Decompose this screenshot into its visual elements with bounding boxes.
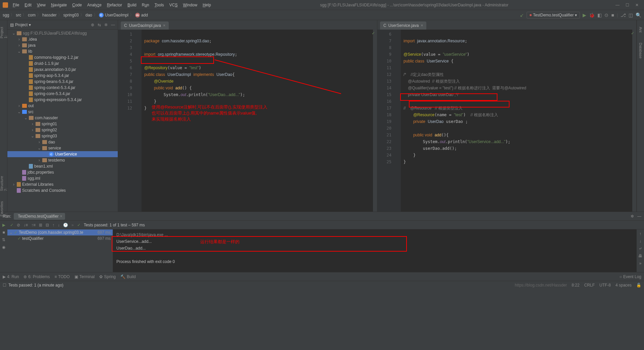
collapse-icon[interactable]: ⊟	[46, 223, 49, 227]
code-content[interactable]: import javax.annotation.Resource; @Servi…	[401, 30, 632, 212]
tree-item[interactable]: druid-1.1.9.jar	[7, 60, 118, 67]
passed-icon[interactable]: ✓	[10, 223, 13, 227]
code-content[interactable]: package com.hassder.spring03.dao; import…	[142, 30, 373, 212]
tree-item[interactable]: sgg.iml	[7, 175, 118, 181]
close-icon[interactable]: ✕	[635, 3, 639, 7]
tree-item[interactable]: ›spring02	[7, 127, 118, 133]
tab-userservice[interactable]: C UserService.java ×	[380, 21, 426, 30]
scrollbar[interactable]	[373, 30, 377, 212]
crumb-hassder[interactable]: hassder	[42, 13, 57, 17]
failed-icon[interactable]: ⊘	[17, 223, 20, 227]
lock-icon[interactable]: 🔓	[636, 283, 641, 288]
tree-item[interactable]: ⌄spring03	[7, 133, 118, 139]
crumb-com[interactable]: com	[28, 13, 36, 17]
tab-close-icon[interactable]: ×	[60, 214, 62, 219]
print-icon[interactable]: 🖶	[638, 254, 642, 258]
maximize-icon[interactable]: ☐	[626, 3, 629, 7]
tree-item[interactable]: spring-beans-5.3.4.jar	[7, 79, 118, 85]
menu-tools[interactable]: Tools	[153, 1, 166, 9]
history-icon[interactable]: 🕐	[63, 223, 68, 227]
tab-userdaoimpl[interactable]: C UserDaoImpl.java ×	[121, 21, 169, 30]
tree-item[interactable]: spring-context-5.3.4.jar	[7, 85, 118, 91]
event-log-tab[interactable]: ○ Event Log	[620, 274, 641, 279]
tree-item[interactable]: jdbc.properties	[7, 169, 118, 175]
menu-build[interactable]: Build	[125, 1, 139, 9]
minimize-icon[interactable]: —	[615, 3, 620, 7]
crumb-dao[interactable]: dao	[86, 13, 92, 17]
more-icon[interactable]: »	[639, 261, 642, 266]
console-output[interactable]: D:\Java\jdk15\bin\java.exe ... UserServi…	[113, 229, 637, 272]
tree-item[interactable]: spring-core-5.3.4.jar	[7, 91, 118, 97]
menu-help[interactable]: Help	[201, 1, 213, 9]
hide-icon[interactable]: —	[111, 23, 115, 27]
menu-vcs[interactable]: VCS	[167, 1, 180, 9]
scrollbar[interactable]	[632, 30, 636, 212]
project-tree[interactable]: ⌄sgg F:\D.FLS\JavaFLS\IDEA\fls\sgg›.idea…	[7, 30, 118, 212]
tree-item[interactable]: spring-aop-5.3.4.jar	[7, 73, 118, 79]
test-row-method[interactable]: ✓ testQualifier 697 ms	[7, 235, 113, 242]
profile-icon[interactable]: ⊙	[604, 12, 608, 18]
tree-item[interactable]: ⌄service	[7, 145, 118, 151]
search-icon[interactable]: 🔍	[636, 12, 641, 18]
tree-item[interactable]: ›out	[7, 103, 118, 109]
tree-item[interactable]: ›External Libraries	[7, 181, 118, 187]
tree-item[interactable]: ›dao	[7, 139, 118, 145]
coverage-icon[interactable]: ◧	[597, 12, 602, 18]
crumb-src[interactable]: src	[16, 13, 21, 17]
code-area-left[interactable]: 123456789101112 package com.hassder.spri…	[118, 30, 377, 212]
problems-tool-tab[interactable]: ⊛ 6: Problems	[23, 274, 50, 279]
test-row-root[interactable]: ⌄ ✓ TestDemo (com.hassder.spring03.te 69…	[7, 229, 113, 235]
tree-item[interactable]: ›spring01	[7, 121, 118, 127]
crumb-spring03[interactable]: spring03	[63, 13, 79, 17]
indent[interactable]: 4 spaces	[615, 283, 632, 288]
pin-icon[interactable]: ◉	[2, 245, 5, 250]
debug-icon[interactable]: 🐞	[589, 12, 595, 18]
settings-icon[interactable]: ✲	[631, 214, 634, 219]
tree-item[interactable]: ›testdemo	[7, 157, 118, 163]
layout-icon[interactable]: ⇅	[2, 237, 5, 242]
rerun-icon[interactable]: ▶	[2, 223, 5, 227]
prev-icon[interactable]: ↑	[52, 223, 54, 227]
tree-item[interactable]: Scratches and Consoles	[7, 187, 118, 193]
tree-item[interactable]: ⌄src	[7, 109, 118, 115]
todo-tool-tab[interactable]: ≡ TODO	[54, 274, 69, 279]
run-icon[interactable]: ▶	[583, 12, 586, 18]
menu-view[interactable]: View	[35, 1, 48, 9]
spring-tool-tab[interactable]: ✿ Spring	[99, 274, 116, 279]
tree-item[interactable]: bean1.xml	[7, 163, 118, 169]
favorites-tool-tab[interactable]: 2: Favorites	[0, 201, 8, 216]
tab-close-icon[interactable]: ×	[163, 23, 165, 28]
tree-item[interactable]: ›.idea	[7, 36, 118, 42]
run-tool-tab[interactable]: ▶ 4: Run	[3, 274, 19, 279]
crumb-method[interactable]: add	[141, 13, 148, 17]
tree-item[interactable]: javax.annotation-3.0.jar	[7, 67, 118, 73]
stop-icon[interactable]: ■	[611, 12, 614, 18]
menu-refactor[interactable]: Refactor	[105, 1, 124, 9]
crumb-class[interactable]: UserDaoImpl	[105, 13, 128, 17]
test-tree[interactable]: ⌄ ✓ TestDemo (com.hassder.spring03.te 69…	[7, 229, 113, 272]
build-icon[interactable]: ↙	[520, 12, 524, 18]
line-sep[interactable]: CRLF	[584, 283, 595, 288]
tree-item[interactable]: spring-expression-5.3.4.jar	[7, 97, 118, 103]
database-tool-tab[interactable]: Database	[639, 43, 643, 58]
menu-run[interactable]: Run	[140, 1, 151, 9]
sort2-icon[interactable]: ↑≡	[31, 223, 36, 227]
locate-icon[interactable]: ⊕	[91, 23, 94, 27]
project-tool-tab[interactable]: 1: Project	[0, 27, 8, 38]
crumb-project[interactable]: sgg	[3, 13, 9, 17]
run-tab[interactable]: TestDemo.testQualifier ×	[14, 213, 65, 220]
menu-analyze[interactable]: Analyze	[85, 1, 104, 9]
menu-navigate[interactable]: Navigate	[49, 1, 69, 9]
next-icon[interactable]: ↓	[58, 223, 60, 227]
build-tool-tab[interactable]: 🔨 Build	[120, 274, 136, 279]
tree-item[interactable]: commons-logging-1.2.jar	[7, 54, 118, 60]
expand-icon[interactable]: ⇆	[98, 23, 101, 27]
ant-tool-tab[interactable]: Ant	[639, 27, 643, 33]
struct-icon[interactable]: ◫	[629, 12, 633, 18]
tree-item[interactable]: ›java	[7, 42, 118, 48]
tree-item[interactable]: CUserService	[7, 151, 118, 157]
menu-window[interactable]: Window	[181, 1, 199, 9]
tree-item[interactable]: ⌄com.hassder	[7, 115, 118, 121]
status-icon[interactable]: ☐	[3, 283, 6, 288]
settings-icon[interactable]: ✲	[104, 23, 108, 27]
